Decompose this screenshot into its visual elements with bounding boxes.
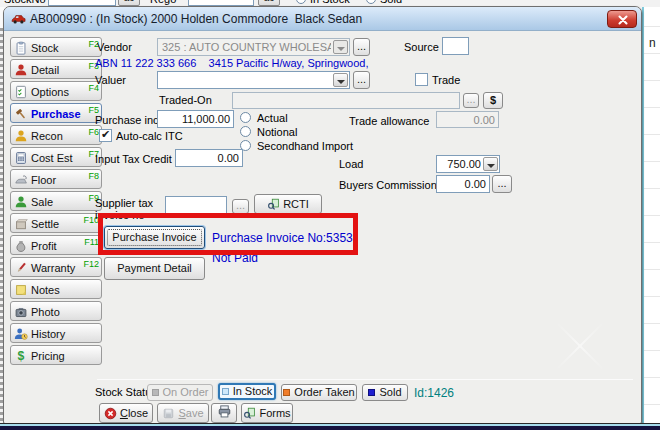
- input-tax-credit-label: Input Tax Credit: [95, 153, 172, 165]
- rcti-button-label: RCTI: [283, 198, 309, 210]
- close-window-button[interactable]: [607, 10, 637, 28]
- vendor-label: Vendor: [97, 41, 132, 53]
- autocalc-itc-checkbox[interactable]: [99, 129, 112, 142]
- supplier-tax-lookup-button[interactable]: ...: [232, 199, 249, 214]
- supplier-tax-label-line1: Supplier tax: [95, 197, 153, 209]
- purchase-invoice-button[interactable]: Purchase Invoice: [104, 226, 205, 249]
- sidebar-item-stock[interactable]: StockF2: [10, 37, 102, 57]
- valuer-dropdown-arrow-icon[interactable]: [333, 73, 348, 87]
- payment-detail-button[interactable]: Payment Detail: [104, 257, 205, 280]
- status-label: On Order: [163, 386, 209, 398]
- sidebar-label: Settle: [31, 218, 59, 230]
- load-dropdown-arrow-icon[interactable]: [483, 157, 498, 171]
- load-value: 750.00: [441, 158, 481, 170]
- vendor-value: 325 : AUTO COUNTRY WHOLESALE: [162, 41, 331, 53]
- titlebar[interactable]: AB000990 : (In Stock) 2000 Holden Commod…: [4, 7, 641, 31]
- status-square-icon: [368, 389, 375, 396]
- source-input[interactable]: [442, 37, 469, 55]
- status-on-order-button[interactable]: On Order: [147, 384, 213, 401]
- traded-on-label: Traded-On: [159, 94, 212, 106]
- actual-radio-label: Actual: [257, 112, 288, 124]
- sidebar-item-cost-est[interactable]: Cost EstF7: [10, 147, 102, 167]
- sidebar-item-notes[interactable]: Notes: [10, 279, 102, 299]
- sidebar-label: Profit: [31, 240, 57, 252]
- sidebar-item-options[interactable]: OptionsF4: [10, 81, 102, 101]
- vendor-combo[interactable]: 325 : AUTO COUNTRY WHOLESALE: [157, 38, 350, 56]
- sidebar-item-sale[interactable]: SaleF9: [10, 191, 102, 211]
- vendor-lookup-button[interactable]: ...: [353, 38, 370, 56]
- fkey-label: F12: [83, 259, 99, 269]
- status-label: Sold: [379, 386, 401, 398]
- sidebar-item-purchase[interactable]: PurchaseF5: [10, 103, 102, 123]
- sidebar-label: Floor: [31, 174, 56, 186]
- sidebar-label: Photo: [31, 306, 60, 318]
- sidebar-label: Warranty: [31, 262, 75, 274]
- close-icon: [616, 13, 630, 27]
- sidebar-label: Options: [31, 86, 69, 98]
- valuer-combo[interactable]: [157, 71, 350, 89]
- print-button[interactable]: [211, 403, 237, 423]
- svg-text:$: $: [18, 349, 25, 363]
- status-square-icon: [222, 388, 229, 395]
- close-button-label: lose: [128, 407, 148, 419]
- checklist-icon: [14, 85, 28, 99]
- traded-on-dollar-button[interactable]: $: [483, 92, 503, 109]
- fkey-label: F11: [84, 237, 99, 247]
- status-sold-button[interactable]: Sold: [362, 384, 408, 401]
- trade-checkbox[interactable]: [415, 73, 428, 86]
- source-label: Source: [404, 41, 439, 53]
- input-tax-credit-input[interactable]: 0.00: [175, 149, 243, 167]
- screen: StockNo ac Rego ac In Stock Sold n AB000…: [0, 0, 660, 430]
- person-yellow-icon: [14, 129, 28, 143]
- traded-on-input[interactable]: [232, 92, 460, 109]
- save-disk-icon: [162, 407, 175, 420]
- bg-instock-radio[interactable]: [296, 0, 306, 4]
- sidebar-label: Recon: [31, 130, 63, 142]
- sidebar-item-photo[interactable]: Photo: [10, 301, 102, 321]
- camera-icon: [14, 305, 28, 319]
- bg-sold-radio[interactable]: [366, 0, 376, 4]
- buyers-commission-input[interactable]: 0.00: [436, 175, 490, 193]
- sidebar-item-profit[interactable]: ProfitF11: [10, 235, 102, 255]
- bg-right-text-fragment: n: [649, 36, 656, 50]
- sidebar-label: Notes: [31, 284, 60, 296]
- watermark-x: [544, 311, 614, 381]
- notional-radio-label: Notional: [257, 126, 297, 138]
- forms-button[interactable]: Forms: [241, 403, 293, 423]
- status-in-stock-button[interactable]: In Stock: [218, 383, 276, 400]
- buyers-commission-label: Buyers Commission: [339, 179, 437, 191]
- vendor-dropdown-arrow-icon[interactable]: [333, 40, 348, 54]
- status-order-taken-button[interactable]: Order Taken: [281, 384, 357, 401]
- save-button[interactable]: Save: [157, 403, 209, 423]
- sidebar-item-pricing[interactable]: $ Pricing: [10, 345, 102, 365]
- traded-on-lookup-button[interactable]: ...: [463, 93, 479, 108]
- sidebar-item-history[interactable]: History: [10, 323, 102, 343]
- rcti-button[interactable]: RCTI: [254, 194, 322, 214]
- window-title: AB000990 : (In Stock) 2000 Holden Commod…: [30, 12, 362, 26]
- sidebar-item-recon[interactable]: ReconF6: [10, 125, 102, 145]
- sidebar-label: Cost Est: [31, 152, 73, 164]
- load-combo[interactable]: 750.00: [436, 155, 500, 173]
- sidebar-item-floor[interactable]: FloorF8: [10, 169, 102, 189]
- stock-id: Id:1426: [414, 386, 454, 400]
- sidebar-item-settle[interactable]: SettleF10: [10, 213, 102, 233]
- supplier-tax-label-line2: invoice no: [95, 209, 145, 221]
- buyers-commission-lookup-button[interactable]: ...: [492, 175, 512, 193]
- close-button[interactable]: Close: [99, 403, 153, 423]
- actual-radio[interactable]: [240, 112, 251, 123]
- payment-status: Not Paid: [212, 251, 258, 265]
- purchase-inc-label: Purchase inc: [95, 114, 159, 126]
- sidebar-item-detail[interactable]: DetailF3: [10, 59, 102, 79]
- footer-separator: [97, 379, 633, 380]
- sidebar-item-warranty[interactable]: WarrantyF12: [10, 257, 102, 277]
- trade-allowance-input[interactable]: 0.00: [436, 111, 499, 128]
- background-window-right: n: [642, 0, 660, 430]
- dollar-icon: $: [14, 349, 28, 363]
- supplier-tax-invoice-input[interactable]: [165, 196, 227, 214]
- bg-right-border: [642, 0, 644, 430]
- purchase-inc-input[interactable]: 11,000.00: [157, 110, 234, 128]
- valuer-lookup-button[interactable]: ...: [353, 71, 370, 89]
- person-red-icon: [14, 63, 28, 77]
- rcti-form-icon: [267, 198, 280, 211]
- notional-radio[interactable]: [240, 126, 251, 137]
